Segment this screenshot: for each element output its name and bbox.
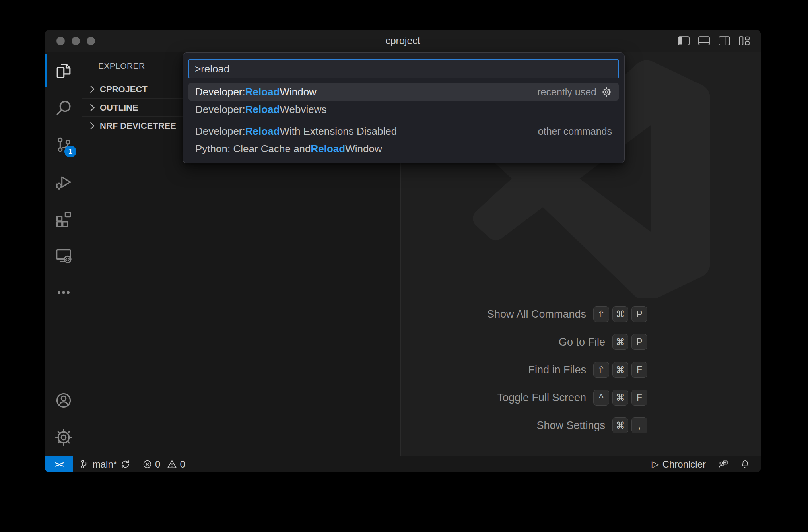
notifications-button[interactable]: [740, 459, 750, 470]
error-count: 0: [155, 459, 160, 470]
keycap: ⌘: [612, 417, 628, 433]
feedback-icon: [718, 459, 728, 470]
item-text: Developer:: [195, 103, 245, 116]
shortcut-row: Go to File ⌘ P: [559, 333, 647, 351]
keycap: P: [631, 306, 647, 322]
shortcut-row: Toggle Full Screen ^ ⌘ F: [497, 389, 647, 406]
activity-more-button[interactable]: [45, 274, 82, 311]
warning-count: 0: [180, 459, 185, 470]
item-match: Reload: [245, 86, 280, 98]
section-label: OUTLINE: [100, 103, 138, 113]
activity-explorer-button[interactable]: [45, 52, 82, 89]
palette-separator: [189, 120, 618, 120]
keycap: ,: [631, 417, 647, 433]
remote-icon: ><: [55, 459, 63, 469]
keycap: ⌘: [612, 390, 628, 406]
shortcut-label: Toggle Full Screen: [497, 392, 586, 404]
keycap: ⇧: [593, 306, 609, 322]
chevron-right-icon: [87, 104, 94, 111]
chronicler-status-item[interactable]: ▷ Chronicler: [652, 459, 706, 470]
vscode-window: cproject: [45, 30, 761, 472]
feedback-button[interactable]: [718, 459, 728, 470]
toggle-primary-sidebar-icon[interactable]: [678, 36, 690, 45]
status-bar: >< main*: [45, 456, 761, 472]
item-text: Webviews: [280, 103, 326, 116]
palette-group-label: other commands: [538, 126, 612, 137]
configure-keybinding-gear-icon[interactable]: [601, 87, 612, 97]
palette-item-reload-webviews[interactable]: Developer: Reload Webviews: [188, 101, 619, 118]
git-branch-icon: [79, 459, 89, 469]
item-text: Developer:: [195, 125, 245, 138]
palette-item-reload-extensions-disabled[interactable]: Developer: Reload With Extensions Disabl…: [188, 122, 619, 140]
problems-status-item[interactable]: 0 0: [142, 459, 189, 470]
play-icon: ▷: [652, 459, 659, 470]
shortcut-label: Show Settings: [536, 419, 605, 432]
keycap: ⌘: [612, 334, 628, 350]
command-palette-input[interactable]: [188, 59, 619, 78]
activity-extensions-button[interactable]: [45, 200, 82, 237]
search-icon: [54, 99, 73, 117]
account-icon: [54, 391, 73, 410]
keycap: F: [631, 390, 647, 406]
item-text: With Extensions Disabled: [280, 125, 397, 138]
watermark-shortcuts: Show All Commands ⇧ ⌘ P Go to File ⌘ P F: [487, 305, 647, 445]
command-palette: Developer: Reload Window recently used D…: [183, 52, 625, 163]
activity-bar: 1: [45, 52, 82, 456]
keycap: F: [631, 362, 647, 378]
extensions-icon: [54, 210, 73, 228]
palette-group-label: recently used: [537, 86, 596, 98]
branch-name: main*: [93, 459, 117, 470]
window-title: cproject: [45, 30, 761, 52]
item-match: Reload: [311, 143, 346, 155]
item-match: Reload: [245, 103, 280, 116]
shortcut-label: Show All Commands: [487, 308, 586, 320]
sync-icon: [120, 459, 130, 469]
keycap: P: [631, 334, 647, 350]
shortcut-label: Find in Files: [528, 364, 586, 376]
shortcut-label: Go to File: [559, 336, 605, 348]
activity-remote-explorer-button[interactable]: [45, 237, 82, 274]
shortcut-row: Show Settings ⌘ ,: [536, 417, 647, 434]
keycap: ^: [593, 390, 609, 406]
run-debug-icon: [54, 173, 73, 191]
remote-explorer-icon: [54, 247, 73, 265]
remote-indicator[interactable]: ><: [45, 456, 73, 472]
shortcut-row: Find in Files ⇧ ⌘ F: [528, 361, 647, 379]
item-text: Python: Clear Cache and: [195, 143, 311, 155]
chevron-right-icon: [87, 85, 94, 93]
warning-icon: [167, 459, 177, 469]
keycap: ⌘: [612, 362, 628, 378]
title-bar: cproject: [45, 30, 761, 52]
shortcut-row: Show All Commands ⇧ ⌘ P: [487, 305, 647, 323]
activity-source-control-button[interactable]: 1: [45, 126, 82, 163]
item-text: Window: [345, 143, 382, 155]
item-match: Reload: [245, 125, 280, 138]
branch-status-item[interactable]: main*: [79, 459, 130, 470]
keycap: ⇧: [593, 362, 609, 378]
settings-button[interactable]: [45, 419, 82, 456]
gear-icon: [54, 428, 73, 447]
toggle-panel-icon[interactable]: [698, 36, 710, 45]
keycap: ⌘: [612, 306, 628, 322]
ellipsis-icon: [54, 283, 73, 302]
item-text: Window: [280, 86, 316, 98]
error-icon: [142, 459, 152, 469]
customize-layout-icon[interactable]: [739, 36, 750, 45]
activity-search-button[interactable]: [45, 89, 82, 126]
palette-item-python-clear-cache[interactable]: Python: Clear Cache and Reload Window: [188, 140, 619, 157]
activity-run-debug-button[interactable]: [45, 163, 82, 200]
item-text: Developer:: [195, 86, 245, 98]
account-button[interactable]: [45, 382, 82, 419]
toggle-secondary-sidebar-icon[interactable]: [719, 36, 730, 45]
bell-icon: [740, 459, 750, 470]
chronicler-label: Chronicler: [662, 459, 706, 470]
chevron-right-icon: [87, 122, 94, 129]
palette-item-reload-window[interactable]: Developer: Reload Window recently used: [188, 83, 619, 101]
section-label: NRF DEVICETREE: [100, 121, 176, 131]
files-icon: [54, 62, 73, 80]
source-control-badge: 1: [64, 146, 76, 157]
section-label: CPROJECT: [100, 84, 148, 95]
